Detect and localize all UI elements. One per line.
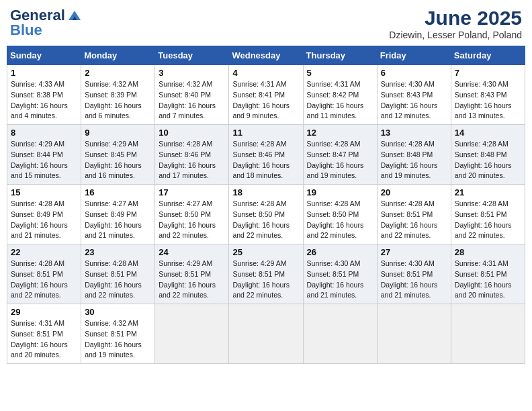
day-info: Sunrise: 4:29 AM Sunset: 8:51 PM Dayligh…	[232, 259, 299, 301]
day-number: 7	[455, 68, 521, 78]
header-monday: Monday	[81, 46, 155, 65]
day-info: Sunrise: 4:27 AM Sunset: 8:49 PM Dayligh…	[85, 199, 151, 241]
table-row	[155, 304, 229, 364]
day-info: Sunrise: 4:30 AM Sunset: 8:51 PM Dayligh…	[381, 259, 447, 301]
table-row	[377, 304, 451, 364]
day-number: 25	[232, 247, 299, 257]
month-title: June 2025	[389, 7, 522, 30]
day-info: Sunrise: 4:29 AM Sunset: 8:44 PM Dayligh…	[11, 139, 77, 181]
table-row: 7 Sunrise: 4:30 AM Sunset: 8:43 PM Dayli…	[451, 65, 525, 125]
header-friday: Friday	[377, 46, 451, 65]
day-info: Sunrise: 4:30 AM Sunset: 8:43 PM Dayligh…	[381, 79, 447, 122]
table-row: 26 Sunrise: 4:30 AM Sunset: 8:51 PM Dayl…	[303, 244, 377, 304]
table-row	[303, 304, 377, 364]
header-sunday: Sunday	[7, 46, 81, 65]
day-number: 19	[307, 187, 373, 197]
location-title: Dziewin, Lesser Poland, Poland	[389, 30, 522, 40]
table-row: 24 Sunrise: 4:29 AM Sunset: 8:51 PM Dayl…	[155, 244, 229, 304]
day-info: Sunrise: 4:31 AM Sunset: 8:51 PM Dayligh…	[11, 318, 77, 361]
calendar-week-row: 22 Sunrise: 4:28 AM Sunset: 8:51 PM Dayl…	[7, 244, 525, 304]
header-thursday: Thursday	[303, 46, 377, 65]
day-number: 30	[85, 307, 151, 317]
day-number: 14	[455, 128, 521, 138]
day-info: Sunrise: 4:28 AM Sunset: 8:50 PM Dayligh…	[232, 199, 299, 241]
day-number: 24	[159, 247, 225, 257]
day-info: Sunrise: 4:32 AM Sunset: 8:51 PM Dayligh…	[85, 318, 151, 361]
logo-icon	[67, 9, 82, 21]
table-row: 20 Sunrise: 4:28 AM Sunset: 8:51 PM Dayl…	[377, 185, 451, 244]
calendar-week-row: 8 Sunrise: 4:29 AM Sunset: 8:44 PM Dayli…	[7, 125, 525, 185]
day-number: 3	[159, 68, 225, 78]
table-row: 14 Sunrise: 4:28 AM Sunset: 8:48 PM Dayl…	[451, 125, 525, 185]
calendar-week-row: 15 Sunrise: 4:28 AM Sunset: 8:49 PM Dayl…	[7, 185, 525, 244]
day-info: Sunrise: 4:28 AM Sunset: 8:48 PM Dayligh…	[381, 139, 447, 181]
header-tuesday: Tuesday	[155, 46, 229, 65]
table-row: 19 Sunrise: 4:28 AM Sunset: 8:50 PM Dayl…	[303, 185, 377, 244]
table-row: 29 Sunrise: 4:31 AM Sunset: 8:51 PM Dayl…	[7, 304, 81, 364]
table-row: 3 Sunrise: 4:32 AM Sunset: 8:40 PM Dayli…	[155, 65, 229, 125]
day-number: 23	[85, 247, 151, 257]
table-row: 11 Sunrise: 4:28 AM Sunset: 8:46 PM Dayl…	[229, 125, 303, 185]
day-number: 28	[455, 247, 521, 257]
table-row: 28 Sunrise: 4:31 AM Sunset: 8:51 PM Dayl…	[451, 244, 525, 304]
table-row: 22 Sunrise: 4:28 AM Sunset: 8:51 PM Dayl…	[7, 244, 81, 304]
table-row: 2 Sunrise: 4:32 AM Sunset: 8:39 PM Dayli…	[81, 65, 155, 125]
page-header: General Blue June 2025 Dziewin, Lesser P…	[7, 7, 525, 40]
title-section: June 2025 Dziewin, Lesser Poland, Poland	[389, 7, 522, 40]
day-info: Sunrise: 4:33 AM Sunset: 8:38 PM Dayligh…	[11, 79, 77, 122]
day-number: 17	[159, 187, 225, 197]
day-number: 12	[307, 128, 373, 138]
day-number: 1	[11, 68, 77, 78]
table-row: 16 Sunrise: 4:27 AM Sunset: 8:49 PM Dayl…	[81, 185, 155, 244]
day-number: 10	[159, 128, 225, 138]
day-number: 11	[232, 128, 299, 138]
table-row: 23 Sunrise: 4:28 AM Sunset: 8:51 PM Dayl…	[81, 244, 155, 304]
day-info: Sunrise: 4:28 AM Sunset: 8:48 PM Dayligh…	[455, 139, 521, 181]
header-wednesday: Wednesday	[229, 46, 303, 65]
day-info: Sunrise: 4:31 AM Sunset: 8:42 PM Dayligh…	[307, 79, 373, 122]
day-info: Sunrise: 4:27 AM Sunset: 8:50 PM Dayligh…	[159, 199, 225, 241]
day-number: 4	[232, 68, 299, 78]
day-info: Sunrise: 4:28 AM Sunset: 8:49 PM Dayligh…	[11, 199, 77, 241]
day-number: 5	[307, 68, 373, 78]
day-info: Sunrise: 4:28 AM Sunset: 8:50 PM Dayligh…	[307, 199, 373, 241]
day-info: Sunrise: 4:28 AM Sunset: 8:47 PM Dayligh…	[307, 139, 373, 181]
table-row: 21 Sunrise: 4:28 AM Sunset: 8:51 PM Dayl…	[451, 185, 525, 244]
table-row	[229, 304, 303, 364]
table-row: 1 Sunrise: 4:33 AM Sunset: 8:38 PM Dayli…	[7, 65, 81, 125]
calendar-table: Sunday Monday Tuesday Wednesday Thursday…	[7, 46, 525, 364]
day-number: 27	[381, 247, 447, 257]
table-row: 13 Sunrise: 4:28 AM Sunset: 8:48 PM Dayl…	[377, 125, 451, 185]
day-info: Sunrise: 4:30 AM Sunset: 8:43 PM Dayligh…	[455, 79, 521, 122]
day-number: 9	[85, 128, 151, 138]
day-info: Sunrise: 4:31 AM Sunset: 8:51 PM Dayligh…	[455, 259, 521, 301]
table-row: 4 Sunrise: 4:31 AM Sunset: 8:41 PM Dayli…	[229, 65, 303, 125]
table-row: 12 Sunrise: 4:28 AM Sunset: 8:47 PM Dayl…	[303, 125, 377, 185]
day-info: Sunrise: 4:29 AM Sunset: 8:45 PM Dayligh…	[85, 139, 151, 181]
table-row: 8 Sunrise: 4:29 AM Sunset: 8:44 PM Dayli…	[7, 125, 81, 185]
day-info: Sunrise: 4:28 AM Sunset: 8:46 PM Dayligh…	[232, 139, 299, 181]
logo-blue-text: Blue	[10, 21, 42, 39]
day-number: 20	[381, 187, 447, 197]
day-info: Sunrise: 4:32 AM Sunset: 8:40 PM Dayligh…	[159, 79, 225, 122]
day-info: Sunrise: 4:29 AM Sunset: 8:51 PM Dayligh…	[159, 259, 225, 301]
day-info: Sunrise: 4:28 AM Sunset: 8:51 PM Dayligh…	[455, 199, 521, 241]
day-number: 22	[11, 247, 77, 257]
table-row: 27 Sunrise: 4:30 AM Sunset: 8:51 PM Dayl…	[377, 244, 451, 304]
day-number: 2	[85, 68, 151, 78]
day-info: Sunrise: 4:32 AM Sunset: 8:39 PM Dayligh…	[85, 79, 151, 122]
day-number: 8	[11, 128, 77, 138]
table-row: 25 Sunrise: 4:29 AM Sunset: 8:51 PM Dayl…	[229, 244, 303, 304]
table-row: 10 Sunrise: 4:28 AM Sunset: 8:46 PM Dayl…	[155, 125, 229, 185]
day-info: Sunrise: 4:31 AM Sunset: 8:41 PM Dayligh…	[232, 79, 299, 122]
table-row	[451, 304, 525, 364]
table-row: 5 Sunrise: 4:31 AM Sunset: 8:42 PM Dayli…	[303, 65, 377, 125]
table-row: 30 Sunrise: 4:32 AM Sunset: 8:51 PM Dayl…	[81, 304, 155, 364]
day-number: 18	[232, 187, 299, 197]
logo: General Blue	[10, 7, 82, 39]
calendar-week-row: 1 Sunrise: 4:33 AM Sunset: 8:38 PM Dayli…	[7, 65, 525, 125]
calendar-header-row: Sunday Monday Tuesday Wednesday Thursday…	[7, 46, 525, 65]
day-info: Sunrise: 4:28 AM Sunset: 8:51 PM Dayligh…	[381, 199, 447, 241]
table-row: 17 Sunrise: 4:27 AM Sunset: 8:50 PM Dayl…	[155, 185, 229, 244]
day-number: 21	[455, 187, 521, 197]
